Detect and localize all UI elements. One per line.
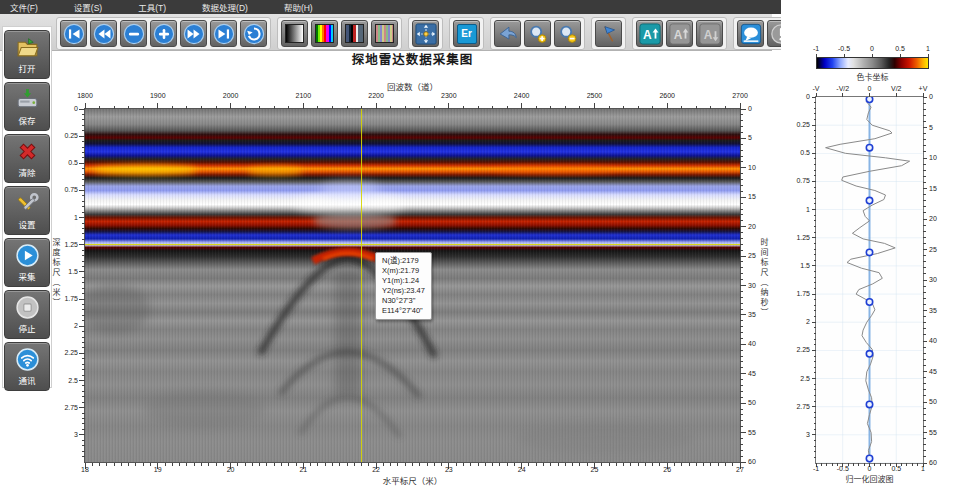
- font-a-2-button[interactable]: A: [696, 20, 723, 47]
- menu-item-3[interactable]: 数据处理(D): [202, 1, 248, 13]
- tick-mark: [814, 147, 817, 148]
- comm-button[interactable]: 通讯: [4, 342, 50, 391]
- tick-mark: [923, 194, 926, 195]
- plus-button[interactable]: [150, 20, 177, 47]
- tick-mark: [814, 316, 817, 317]
- toolbar-group-6: AAA: [632, 17, 727, 50]
- tick-label: 1.75: [787, 290, 810, 297]
- tick-mark: [740, 367, 743, 368]
- tick-mark: [499, 463, 500, 466]
- trace-settings-button[interactable]: [412, 20, 439, 47]
- tick-label: 0.5: [884, 465, 908, 472]
- tick-label: 2: [56, 322, 78, 329]
- tick-mark: [82, 309, 85, 310]
- tick-mark: [740, 120, 743, 121]
- open-button[interactable]: 打开: [4, 30, 50, 79]
- tick-mark: [814, 401, 817, 402]
- tick-mark: [339, 463, 340, 466]
- right-axis-label: 时间标尺（纳秒）: [758, 238, 769, 318]
- tick-mark: [740, 409, 743, 410]
- tick-mark: [812, 322, 816, 323]
- refresh-button[interactable]: [240, 20, 267, 47]
- tick-mark: [814, 339, 817, 340]
- tick-mark: [923, 334, 926, 335]
- save-button[interactable]: 保存: [4, 82, 50, 131]
- rewind-button[interactable]: [90, 20, 117, 47]
- acquire-button[interactable]: 采集: [4, 238, 50, 287]
- tick-mark: [638, 106, 639, 109]
- tick-mark: [82, 315, 85, 316]
- tick-mark: [923, 182, 926, 183]
- tick-label: 20: [929, 215, 945, 222]
- tick-mark: [82, 418, 85, 419]
- fast-forward-button[interactable]: [180, 20, 207, 47]
- tick-mark: [652, 463, 653, 466]
- tick-mark: [82, 396, 85, 397]
- tick-label: -0.5: [831, 465, 855, 472]
- tick-mark: [740, 114, 743, 115]
- tick-mark: [740, 450, 743, 451]
- tick-mark: [814, 327, 817, 328]
- menu-item-1[interactable]: 设置(S): [74, 1, 102, 13]
- tick-mark: [740, 232, 743, 233]
- tick-mark: [630, 463, 631, 466]
- tick-mark: [923, 200, 926, 201]
- menu-item-2[interactable]: 工具(T): [138, 1, 166, 13]
- tick-mark: [812, 294, 816, 295]
- menu-item-4[interactable]: 帮助(H): [284, 1, 313, 13]
- waveform-plot[interactable]: [816, 97, 923, 463]
- tick-mark: [740, 132, 743, 133]
- tick-mark: [82, 331, 85, 332]
- tick-mark: [923, 389, 926, 390]
- zoom-out-button[interactable]: [554, 20, 581, 47]
- clear-button-label: 清除: [18, 169, 35, 178]
- tick-mark: [814, 395, 817, 396]
- tick-label: 24: [507, 466, 537, 473]
- tick-mark: [923, 304, 926, 305]
- tick-mark: [82, 168, 85, 169]
- palette-dark-icon: [345, 24, 364, 43]
- palette-rainbow-button[interactable]: [311, 20, 338, 47]
- settings-button[interactable]: 设置: [4, 186, 50, 235]
- font-a-1-button[interactable]: A: [666, 20, 693, 47]
- tick-mark: [82, 385, 85, 386]
- next-frame-button[interactable]: [210, 20, 237, 47]
- tick-mark: [317, 106, 318, 109]
- tick-mark: [82, 233, 85, 234]
- prev-frame-button[interactable]: [60, 20, 87, 47]
- tick-label: 1800: [70, 92, 100, 99]
- tick-mark: [923, 316, 926, 317]
- zoom-in-button[interactable]: [524, 20, 551, 47]
- tick-mark: [740, 373, 746, 374]
- stop-button[interactable]: 停止: [4, 290, 50, 339]
- tick-mark: [826, 463, 827, 466]
- er-tool-button[interactable]: Er: [453, 20, 480, 47]
- tick-mark: [114, 106, 115, 109]
- font-up-button[interactable]: A: [636, 20, 663, 47]
- radargram-plot[interactable]: N(道):2179X(m):21.79Y1(m):1.24Y2(ns):23.4…: [85, 109, 740, 462]
- tick-mark: [740, 238, 743, 239]
- tick-mark: [923, 359, 926, 360]
- tick-label: 1.25: [56, 241, 78, 248]
- flag-button[interactable]: [595, 20, 622, 47]
- palette-stripe-button[interactable]: [371, 20, 398, 47]
- tick-mark: [703, 463, 704, 466]
- acquire-play-icon: [15, 243, 40, 272]
- minus-button[interactable]: [120, 20, 147, 47]
- sidebar: 打开 保存 清除 设置 采集 停止 通讯: [2, 26, 52, 388]
- menu-item-0[interactable]: 文件(F): [10, 1, 38, 13]
- palette-dark-button[interactable]: [341, 20, 368, 47]
- tooltip-line: Y2(ns):23.47: [382, 286, 425, 296]
- undo-icon: [497, 23, 519, 45]
- tick-mark: [288, 463, 289, 466]
- palette-gray-button[interactable]: [281, 20, 308, 47]
- tick-mark: [923, 286, 926, 287]
- message-button[interactable]: [737, 20, 764, 47]
- clear-x-icon: [15, 139, 40, 168]
- tick-mark: [281, 463, 282, 466]
- tooltip-line: Y1(m):1.24: [382, 276, 425, 286]
- undo-button[interactable]: [494, 20, 521, 47]
- tick-mark: [478, 463, 479, 466]
- tick-label: -0.5: [832, 45, 856, 52]
- clear-button[interactable]: 清除: [4, 134, 50, 183]
